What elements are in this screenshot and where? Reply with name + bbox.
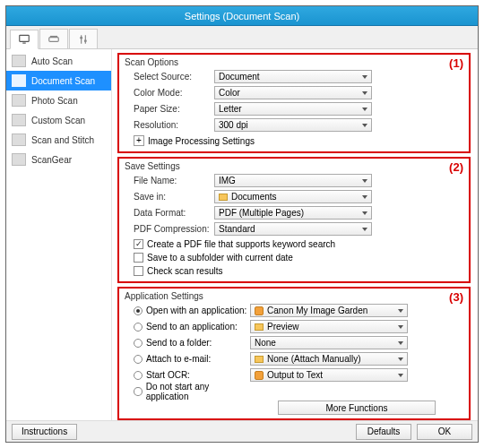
- attach-email-dropdown[interactable]: None (Attach Manually): [250, 352, 408, 366]
- open-with-app-dropdown[interactable]: Canon My Image Garden: [250, 304, 408, 317]
- svg-rect-2: [49, 37, 59, 41]
- folder-icon: [219, 194, 228, 201]
- paper-size-label: Paper Size:: [125, 104, 214, 114]
- color-mode-label: Color Mode:: [125, 88, 214, 98]
- checkbox-checked-icon: ✓: [134, 239, 143, 249]
- subfolder-checkbox-row[interactable]: Save to a subfolder with current date: [125, 251, 463, 264]
- check-results-checkbox-row[interactable]: Check scan results: [125, 264, 463, 278]
- keyword-pdf-checkbox-row[interactable]: ✓ Create a PDF file that supports keywor…: [125, 237, 463, 251]
- region-2-marker: (2): [449, 160, 463, 174]
- open-with-app-radio[interactable]: Open with an application:: [125, 306, 250, 315]
- select-source-label: Select Source:: [125, 72, 214, 82]
- titlebar: Settings (Document Scan): [6, 6, 478, 26]
- ok-button[interactable]: OK: [417, 424, 472, 440]
- scangear-icon: [12, 153, 26, 166]
- send-to-app-radio[interactable]: Send to an application:: [125, 322, 250, 332]
- plus-icon: +: [134, 135, 144, 146]
- region-save-settings: (2) Save Settings File Name: IMG Save in…: [117, 157, 471, 283]
- send-to-app-dropdown[interactable]: Preview: [250, 320, 408, 333]
- pdf-compression-label: PDF Compression:: [125, 224, 214, 234]
- radio-icon: [134, 355, 143, 364]
- custom-scan-icon: [12, 114, 26, 126]
- svg-point-7: [84, 39, 87, 42]
- send-to-folder-radio[interactable]: Send to a folder:: [125, 338, 250, 348]
- settings-panel: (1) Scan Options Select Source: Document…: [112, 49, 478, 420]
- sidebar-item-custom-scan[interactable]: Custom Scan: [6, 110, 111, 130]
- paper-size-dropdown[interactable]: Letter: [214, 102, 372, 116]
- checkbox-icon: [134, 253, 143, 263]
- sidebar: Auto Scan Document Scan Photo Scan Custo…: [6, 49, 112, 420]
- radio-icon: [134, 387, 143, 396]
- pdf-compression-dropdown[interactable]: Standard: [214, 222, 372, 236]
- sidebar-item-auto-scan[interactable]: Auto Scan: [6, 51, 111, 71]
- region-application-settings: (3) Application Settings Open with an ap…: [117, 287, 471, 420]
- resolution-dropdown[interactable]: 300 dpi: [214, 118, 372, 132]
- region-3-marker: (3): [449, 290, 463, 304]
- radio-icon: [134, 323, 143, 332]
- sidebar-item-scan-and-stitch[interactable]: Scan and Stitch: [6, 130, 111, 150]
- checkbox-icon: [134, 266, 143, 276]
- color-mode-dropdown[interactable]: Color: [214, 86, 372, 99]
- top-tabbar: [6, 26, 478, 49]
- file-name-dropdown[interactable]: IMG: [214, 174, 372, 187]
- region-scan-options: (1) Scan Options Select Source: Document…: [117, 53, 471, 153]
- radio-checked-icon: [134, 306, 143, 315]
- window-title: Settings (Document Scan): [185, 11, 299, 22]
- start-ocr-dropdown[interactable]: Output to Text: [250, 368, 408, 382]
- tab-preferences[interactable]: [69, 29, 98, 48]
- document-scan-icon: [12, 74, 26, 87]
- radio-icon: [134, 339, 143, 348]
- save-settings-title: Save Settings: [125, 161, 463, 171]
- sliders-icon: [76, 33, 91, 46]
- svg-rect-0: [20, 35, 30, 41]
- defaults-button[interactable]: Defaults: [356, 424, 411, 440]
- save-in-label: Save in:: [125, 192, 214, 202]
- scanner-icon: [47, 33, 61, 46]
- svg-point-6: [80, 36, 82, 39]
- sidebar-item-scangear[interactable]: ScanGear: [6, 150, 111, 169]
- select-source-dropdown[interactable]: Document: [214, 70, 372, 83]
- data-format-dropdown[interactable]: PDF (Multiple Pages): [214, 206, 372, 220]
- app-icon: [255, 371, 264, 380]
- attach-email-radio[interactable]: Attach to e-mail:: [125, 354, 250, 364]
- auto-scan-icon: [12, 55, 26, 67]
- radio-icon: [134, 371, 143, 380]
- start-ocr-radio[interactable]: Start OCR:: [125, 370, 250, 380]
- monitor-icon: [17, 33, 31, 46]
- image-processing-expander[interactable]: + Image Processing Settings: [125, 134, 463, 148]
- sidebar-item-document-scan[interactable]: Document Scan: [6, 71, 111, 90]
- send-to-folder-dropdown[interactable]: None: [250, 336, 408, 349]
- photo-scan-icon: [12, 94, 26, 107]
- folder-icon: [255, 356, 264, 363]
- do-not-start-radio[interactable]: Do not start any application: [125, 382, 250, 401]
- folder-icon: [255, 323, 264, 331]
- settings-dialog: Settings (Document Scan) Auto Scan Docum…: [5, 5, 479, 443]
- file-name-label: File Name:: [125, 176, 214, 185]
- scan-options-title: Scan Options: [125, 57, 463, 67]
- app-settings-title: Application Settings: [125, 291, 463, 301]
- resolution-label: Resolution:: [125, 120, 214, 130]
- sidebar-item-photo-scan[interactable]: Photo Scan: [6, 90, 111, 110]
- app-icon: [255, 306, 264, 315]
- dialog-footer: Instructions Defaults OK: [6, 420, 478, 442]
- more-functions-button[interactable]: More Functions: [278, 401, 436, 415]
- tab-scan-from-computer[interactable]: [10, 30, 39, 49]
- data-format-label: Data Format:: [125, 208, 214, 218]
- scan-stitch-icon: [12, 134, 26, 146]
- region-1-marker: (1): [449, 56, 463, 70]
- tab-scan-from-panel[interactable]: [39, 29, 68, 48]
- svg-rect-1: [22, 43, 26, 44]
- instructions-button[interactable]: Instructions: [12, 424, 77, 440]
- save-in-dropdown[interactable]: Documents: [214, 190, 372, 203]
